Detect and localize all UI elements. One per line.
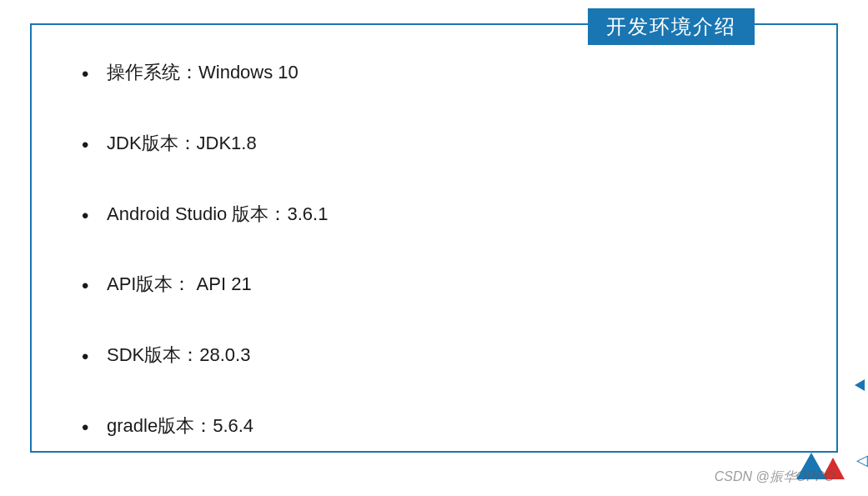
list-item: API版本： API 21: [82, 272, 803, 298]
environment-list: 操作系统：Windows 10 JDK版本：JDK1.8 Android Stu…: [82, 50, 803, 439]
list-item: gradle版本：5.6.4: [82, 413, 803, 439]
list-item: SDK版本：28.0.3: [82, 343, 803, 368]
section-title-badge: 开发环境介绍: [588, 8, 755, 45]
list-item: 操作系统：Windows 10: [82, 60, 803, 86]
watermark-text: CSDN @振华OPPO: [715, 468, 835, 486]
arrow-outline-icon: ◁: [856, 451, 868, 469]
slide-frame: 开发环境介绍 操作系统：Windows 10 JDK版本：JDK1.8 Andr…: [30, 23, 838, 453]
arrow-left-icon: [855, 379, 865, 391]
list-item: Android Studio 版本：3.6.1: [82, 202, 803, 228]
list-item: JDK版本：JDK1.8: [82, 131, 803, 157]
